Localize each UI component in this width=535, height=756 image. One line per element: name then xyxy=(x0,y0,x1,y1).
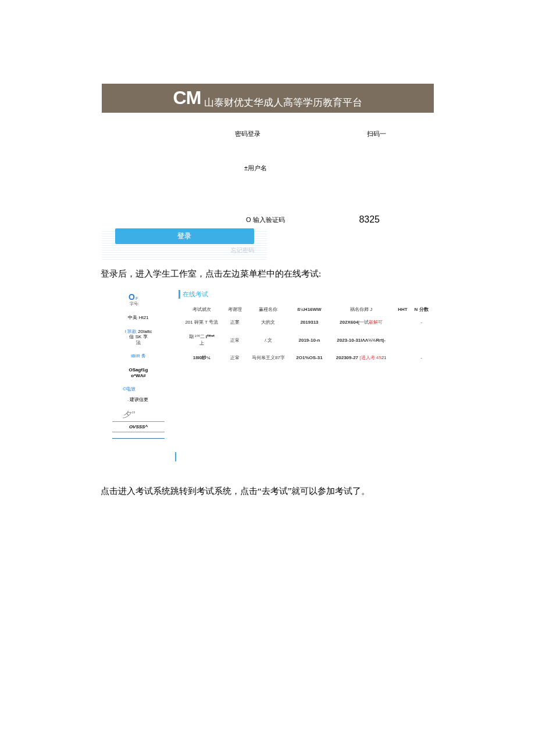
sidebar-item-4[interactable]: OSagf1go*WΛ# xyxy=(101,367,176,378)
login-panel: 登录 忘记密码 xyxy=(102,230,267,260)
cell: 大的文 xyxy=(246,316,290,329)
exam-table-row[interactable]: 18I0纱¼ 正常 马何皋王义87字 2O1%OS-31 202309-27 [… xyxy=(180,351,431,364)
cell: 正案 xyxy=(225,316,245,329)
cell xyxy=(395,351,410,364)
sidebar-header-suffix: F xyxy=(135,296,138,301)
exam-table: 考试就次 考谢理 赢程名你 ß¼H16WW 祸名你师 J HHT N 分数 20… xyxy=(179,303,433,366)
exam-table-row[interactable]: 期 ¹⁰⁰二 Iᶠ⁸ᵗʷᵗ上 正常 /.文 2019-10-n 2023-10-… xyxy=(180,330,431,350)
cell: 202X604[一试觳解可 xyxy=(329,316,394,329)
th-0: 考试就次 xyxy=(180,304,224,314)
exam-table-header-row: 考试就次 考谢理 赢程名你 ß¼H16WW 祸名你师 J HHT N 分数 xyxy=(180,304,431,314)
captcha-input[interactable]: O 输入验证码 xyxy=(246,216,285,224)
forgot-password-link[interactable]: 忘记密码 xyxy=(231,246,254,255)
workspace-main: 在线考试 考试就次 考谢理 赢程名你 ß¼H16WW 祸名你师 J HHT N … xyxy=(176,286,435,463)
sidebar-item-8[interactable]: OVSSS^ xyxy=(112,421,165,432)
cell: 2019-10-n xyxy=(291,330,327,350)
cell: 正常 xyxy=(225,330,245,350)
cell: 18I0纱¼ xyxy=(180,351,224,364)
workspace-sidebar: O F 字号: 中美 Ht21 I 班款 20Iattc信 SK 享法 IBIR… xyxy=(101,286,176,463)
cell: 马何皋王义87字 xyxy=(246,351,290,364)
captcha-icon: O xyxy=(246,216,251,223)
sidebar-header: O F xyxy=(101,292,176,302)
cell xyxy=(411,330,431,350)
text-cursor-icon xyxy=(175,452,176,461)
tab-password-login[interactable]: 密码登录 xyxy=(235,130,261,138)
cell xyxy=(395,316,410,329)
sidebar-item-2-prefix: I 班款 xyxy=(125,329,137,334)
cell: 2019313 xyxy=(291,316,327,329)
exam-table-row[interactable]: 201 碎第 T 号流 正案 大的文 2019313 202X604[一试觳解可… xyxy=(180,316,431,329)
cell: 201 碎第 T 号流 xyxy=(180,316,224,329)
login-tabs: 密码登录 扫码一 xyxy=(235,130,386,138)
student-workspace-panel: O F 字号: 中美 Ht21 I 班款 20Iattc信 SK 享法 IBIR… xyxy=(101,286,435,463)
cell xyxy=(395,330,410,350)
sidebar-item-3[interactable]: IBIR 务 xyxy=(101,353,176,359)
th-5: HHT xyxy=(395,304,410,314)
sidebar-item-5[interactable]: ©电致 xyxy=(101,386,176,392)
sidebar-item-6[interactable]: . 建谀信更 xyxy=(101,397,176,403)
instruction-step-2: 点击进入考试系统跳转到考试系统，点击“去考试”就可以参加考试了。 xyxy=(101,486,370,497)
cell: 期 ¹⁰⁰二 Iᶠ⁸ᵗʷᵗ上 xyxy=(180,330,224,350)
th-2: 赢程名你 xyxy=(246,304,290,314)
banner-logo: CM xyxy=(173,87,201,109)
cell: /.文 xyxy=(246,330,290,350)
main-title-online-exam: 在线考试 xyxy=(179,290,433,299)
cell: 正常 xyxy=(225,351,245,364)
username-field-label[interactable]: ±用户名 xyxy=(244,164,267,173)
sidebar-header-icon: O xyxy=(129,292,135,302)
cell: 2O1%OS-31 xyxy=(291,351,327,364)
cell: - xyxy=(411,316,431,329)
cell: - xyxy=(411,351,431,364)
login-button[interactable]: 登录 xyxy=(115,228,254,244)
instruction-step-1: 登录后，进入学生工作室，点击左边菜单栏中的在线考试: xyxy=(101,268,321,280)
th-6: N 分数 xyxy=(411,304,431,314)
sidebar-item-2[interactable]: I 班款 20Iattc信 SK 享法 xyxy=(101,329,176,346)
cell: 202309-27 [通人考 4521 xyxy=(329,351,394,364)
sidebar-divider xyxy=(112,438,165,439)
sidebar-item-7[interactable]: 夕” xyxy=(101,410,176,420)
sidebar-item-1[interactable]: 中美 Ht21 xyxy=(101,315,176,321)
th-1: 考谢理 xyxy=(225,304,245,314)
captcha-code: 8325 xyxy=(359,214,380,225)
th-3: ß¼H16WW xyxy=(291,304,327,314)
tab-scan-login[interactable]: 扫码一 xyxy=(367,130,386,138)
captcha-row: O 输入验证码 8325 xyxy=(246,214,380,225)
banner-title: 山泰财优丈华成人高等学历教育平台 xyxy=(204,91,362,109)
th-4: 祸名你师 J xyxy=(329,304,394,314)
cell: 2023-10-31IΛΛ½½Rrt|- xyxy=(329,330,394,350)
captcha-placeholder: 输入验证码 xyxy=(253,216,285,223)
sidebar-subtitle: 字号: xyxy=(101,301,176,307)
platform-banner: CM 山泰财优丈华成人高等学历教育平台 xyxy=(102,84,434,113)
